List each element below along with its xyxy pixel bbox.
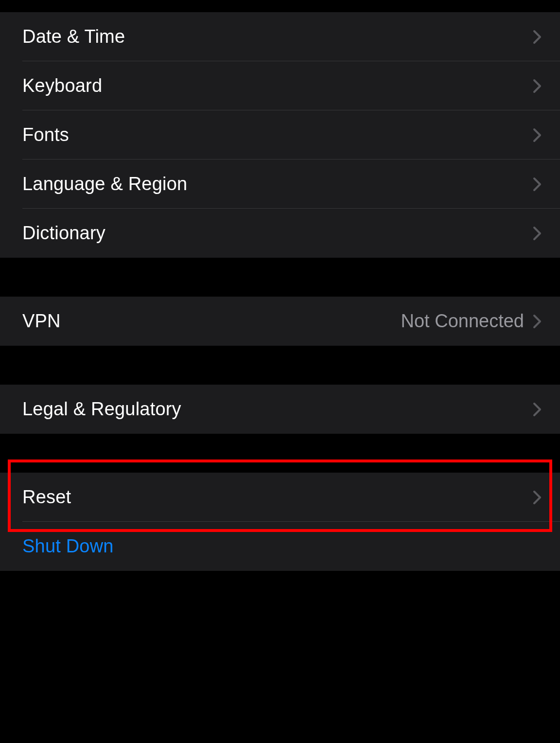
- chevron-right-icon: [533, 402, 542, 417]
- label-reset: Reset: [22, 487, 71, 508]
- row-legal-regulatory[interactable]: Legal & Regulatory: [0, 385, 560, 434]
- row-right: [533, 226, 542, 241]
- settings-group-3: Legal & Regulatory: [0, 385, 560, 434]
- reset-highlight-wrapper: Reset: [0, 473, 560, 522]
- row-reset[interactable]: Reset: [0, 473, 560, 522]
- label-language-region: Language & Region: [22, 174, 187, 195]
- row-right: [533, 402, 542, 417]
- row-shut-down[interactable]: Shut Down: [0, 522, 560, 571]
- label-keyboard: Keyboard: [22, 75, 102, 96]
- chevron-right-icon: [533, 30, 542, 44]
- settings-group-1: Date & Time Keyboard Fonts: [0, 12, 560, 258]
- row-right: [533, 79, 542, 93]
- row-date-time[interactable]: Date & Time: [0, 12, 560, 61]
- row-keyboard[interactable]: Keyboard: [0, 61, 560, 110]
- row-right: [533, 177, 542, 192]
- chevron-right-icon: [533, 128, 542, 142]
- top-gap: [0, 0, 560, 12]
- settings-group-4: Reset Shut Down: [0, 473, 560, 571]
- row-vpn[interactable]: VPN Not Connected: [0, 297, 560, 346]
- chevron-right-icon: [533, 79, 542, 93]
- group-gap: [0, 346, 560, 385]
- label-date-time: Date & Time: [22, 26, 125, 47]
- row-dictionary[interactable]: Dictionary: [0, 209, 560, 258]
- label-fonts: Fonts: [22, 124, 69, 145]
- group-gap: [0, 258, 560, 297]
- row-language-region[interactable]: Language & Region: [0, 159, 560, 209]
- label-vpn: VPN: [22, 311, 61, 332]
- row-right: [533, 490, 542, 505]
- label-shut-down: Shut Down: [22, 536, 114, 557]
- row-right: [533, 30, 542, 44]
- row-right: Not Connected: [401, 311, 542, 332]
- chevron-right-icon: [533, 490, 542, 505]
- group-gap: [0, 434, 560, 473]
- chevron-right-icon: [533, 226, 542, 241]
- row-fonts[interactable]: Fonts: [0, 110, 560, 159]
- chevron-right-icon: [533, 314, 542, 329]
- settings-group-2: VPN Not Connected: [0, 297, 560, 346]
- label-dictionary: Dictionary: [22, 223, 105, 244]
- chevron-right-icon: [533, 177, 542, 192]
- value-vpn: Not Connected: [401, 311, 525, 332]
- bottom-gap: [0, 571, 560, 743]
- row-right: [533, 128, 542, 142]
- label-legal-regulatory: Legal & Regulatory: [22, 399, 181, 420]
